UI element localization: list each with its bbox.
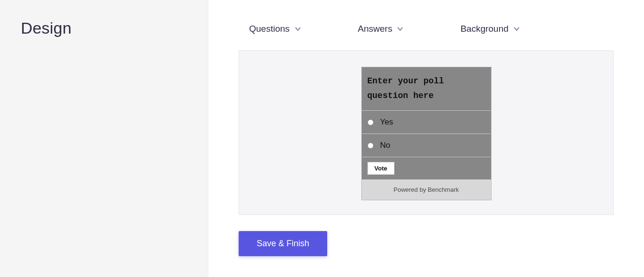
chevron-down-icon <box>513 26 520 32</box>
poll-widget: Enter your poll question here Yes No Vot… <box>361 67 492 200</box>
poll-radio-yes[interactable] <box>367 119 374 125</box>
background-dropdown[interactable]: Background <box>460 24 519 34</box>
answers-dropdown[interactable]: Answers <box>358 24 404 34</box>
poll-question[interactable]: Enter your poll question here <box>362 67 491 111</box>
chevron-down-icon <box>397 26 403 32</box>
answers-label: Answers <box>358 24 393 34</box>
vote-button[interactable]: Vote <box>367 162 394 175</box>
save-finish-button[interactable]: Save & Finish <box>239 231 327 256</box>
chevron-down-icon <box>295 26 301 32</box>
questions-label: Questions <box>249 24 290 34</box>
sidebar: Design <box>0 0 208 277</box>
poll-option-label: No <box>380 141 391 150</box>
background-label: Background <box>460 24 508 34</box>
poll-action-row: Vote <box>362 157 491 179</box>
poll-option-yes[interactable]: Yes <box>362 111 491 134</box>
main-content: Questions Answers Background Enter your … <box>208 0 644 277</box>
poll-option-no[interactable]: No <box>362 134 491 157</box>
page-title: Design <box>21 19 187 37</box>
poll-footer: Powered by Benchmark <box>362 179 491 200</box>
poll-radio-no[interactable] <box>367 143 374 149</box>
poll-option-label: Yes <box>380 117 394 127</box>
design-toolbar: Questions Answers Background <box>239 0 614 50</box>
poll-preview-card: Enter your poll question here Yes No Vot… <box>239 50 614 215</box>
questions-dropdown[interactable]: Questions <box>249 24 301 34</box>
